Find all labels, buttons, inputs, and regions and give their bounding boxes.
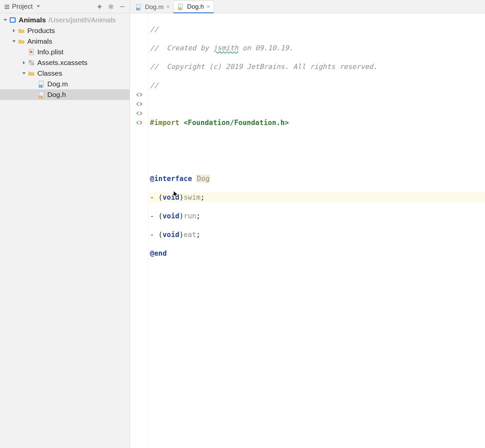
gear-icon[interactable]: [106, 2, 116, 11]
project-sidebar: Project Animals /Us: [0, 0, 130, 448]
collapse-icon[interactable]: [118, 2, 127, 11]
folder-icon: [17, 37, 25, 45]
tree-node-info[interactable]: Info.plist: [0, 47, 130, 57]
svg-rect-12: [29, 60, 31, 63]
disclosure-right-icon[interactable]: [21, 59, 27, 66]
tree-label: Classes: [37, 69, 62, 77]
locate-icon[interactable]: [95, 2, 104, 11]
folder-icon: [27, 69, 35, 77]
sidebar-header: Project: [0, 0, 130, 13]
editor-tabbar: m Dog.m × h Dog.h ×: [130, 0, 485, 13]
tree-label: Animals: [27, 37, 52, 45]
folder-icon: [17, 27, 25, 35]
m-file-icon: m: [135, 3, 142, 11]
related-nav-icon[interactable]: [130, 118, 148, 127]
code-area[interactable]: // // Created by jsmith on 09.10.19. // …: [149, 13, 485, 448]
svg-text:h: h: [40, 96, 41, 98]
svg-text:m: m: [40, 85, 41, 88]
h-file-icon: h: [37, 91, 45, 99]
xcode-project-icon: [9, 16, 17, 24]
code-interface-keyword: @interface: [150, 175, 192, 183]
tree-node-animals[interactable]: Animals: [0, 36, 130, 47]
code-comment: //: [150, 25, 158, 33]
tree-label: Dog.m: [47, 80, 68, 88]
svg-rect-9: [30, 50, 31, 53]
tab-label: Dog.m: [145, 3, 164, 11]
tree-node-products[interactable]: Products: [0, 25, 130, 36]
code-method: eat: [184, 231, 196, 239]
assets-icon: [27, 59, 35, 67]
svg-rect-2: [5, 8, 9, 9]
disclosure-down-icon[interactable]: [11, 38, 17, 45]
plist-icon: [27, 48, 35, 56]
tree-node-dogm[interactable]: m Dog.m: [0, 79, 130, 89]
tree-label: Products: [27, 27, 55, 35]
svg-rect-7: [11, 18, 15, 22]
code-type: void: [163, 193, 180, 201]
code-comment: // Copyright (c) 2019 JetBrains. All rig…: [150, 63, 377, 71]
svg-rect-1: [5, 6, 9, 7]
tab-dog-m[interactable]: m Dog.m ×: [131, 0, 173, 13]
svg-rect-5: [120, 6, 125, 7]
disclosure-down-icon[interactable]: [21, 70, 27, 77]
code-comment: //: [150, 81, 158, 89]
tree-label: Dog.h: [47, 91, 66, 99]
tree-node-classes[interactable]: Classes: [0, 68, 130, 79]
related-nav-icon[interactable]: [130, 90, 148, 99]
tree-root-label: Animals: [19, 16, 46, 24]
close-icon[interactable]: ×: [166, 3, 170, 10]
tree-label: Assets.xcassets: [37, 59, 88, 67]
related-nav-icon[interactable]: [130, 109, 148, 118]
code-type: void: [163, 212, 180, 220]
svg-text:h: h: [179, 7, 181, 10]
tree-node-dogh[interactable]: h Dog.h: [0, 89, 130, 100]
svg-text:m: m: [137, 8, 139, 10]
svg-point-4: [110, 6, 112, 8]
tree-root[interactable]: Animals /Users/jsmith/Animals: [0, 15, 130, 25]
code-import-keyword: #import: [150, 119, 180, 127]
editor-gutter: [130, 13, 149, 448]
code-end-keyword: @end: [150, 249, 167, 257]
sidebar-title[interactable]: Project: [12, 3, 33, 10]
tree-root-path: /Users/jsmith/Animals: [49, 16, 116, 24]
svg-rect-10: [31, 51, 32, 53]
m-file-icon: m: [37, 80, 45, 88]
related-nav-icon[interactable]: [130, 99, 148, 109]
code-type: void: [163, 231, 180, 239]
disclosure-right-icon[interactable]: [11, 27, 17, 34]
svg-rect-13: [31, 63, 34, 65]
close-icon[interactable]: ×: [207, 3, 210, 10]
code-method: run: [184, 212, 196, 220]
project-tree: Animals /Users/jsmith/Animals Products A…: [0, 13, 130, 100]
editor-body: // // Created by jsmith on 09.10.19. // …: [130, 13, 485, 448]
code-method: swim: [184, 193, 201, 201]
h-file-icon: h: [177, 3, 184, 10]
project-icon: [4, 4, 10, 10]
tree-node-assets[interactable]: Assets.xcassets: [0, 57, 130, 68]
tab-label: Dog.h: [187, 3, 204, 10]
chevron-down-icon[interactable]: [36, 3, 41, 10]
tree-label: Info.plist: [37, 48, 63, 56]
tab-dog-h[interactable]: h Dog.h ×: [173, 1, 214, 13]
code-classname: Dog: [196, 175, 210, 183]
code-import-path: <Foundation/Foundation.h>: [184, 119, 289, 127]
disclosure-down-icon[interactable]: [2, 17, 9, 23]
svg-rect-0: [5, 5, 9, 6]
code-comment: // Created by jsmith on 09.10.19.: [150, 44, 293, 52]
